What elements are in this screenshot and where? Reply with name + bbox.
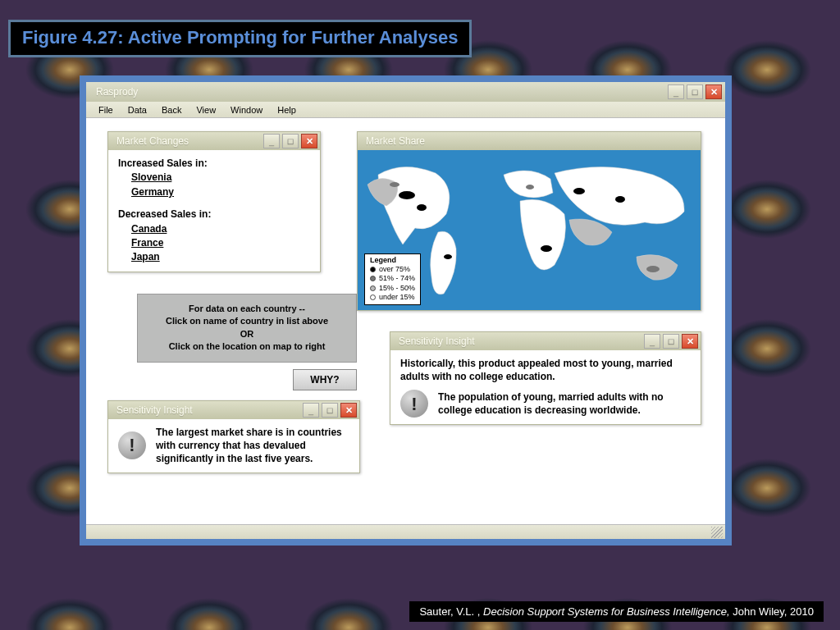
sensitivity-2-title: Sensitivity Insight (399, 336, 475, 347)
decreased-header: Decreased Sales in: (118, 208, 310, 221)
svg-point-0 (399, 191, 415, 199)
close-button[interactable]: ✕ (682, 334, 698, 349)
svg-point-4 (541, 245, 552, 252)
svg-point-3 (615, 196, 625, 203)
menu-view[interactable]: View (189, 105, 223, 115)
market-changes-title: Market Changes (116, 135, 189, 147)
country-link-japan[interactable]: Japan (118, 250, 310, 264)
minimize-button[interactable]: _ (263, 134, 280, 148)
legend-item: under 15% (379, 293, 415, 302)
sensitivity-insight-window-1: Sensitivity Insight _ □ ✕ ! The largest … (107, 400, 360, 473)
svg-point-8 (646, 266, 660, 272)
workspace: Market Changes _ □ ✕ Increased Sales in:… (86, 118, 725, 524)
maximize-button[interactable]: □ (282, 134, 299, 148)
menu-help[interactable]: Help (270, 105, 304, 115)
sensitivity-1-text: The largest market share is in countries… (156, 426, 349, 466)
figure-caption-text: Figure 4.27: Active Prompting for Furthe… (22, 27, 458, 48)
menu-file[interactable]: File (91, 105, 121, 115)
svg-point-5 (444, 254, 452, 259)
market-changes-window: Market Changes _ □ ✕ Increased Sales in:… (107, 131, 321, 272)
menubar: File Data Back View Window Help (86, 102, 725, 118)
app-window: Rasprody _ □ ✕ File Data Back View Windo… (80, 75, 732, 546)
menu-window[interactable]: Window (223, 105, 270, 115)
why-button-label: WHY? (310, 374, 339, 386)
minimize-button[interactable]: _ (668, 84, 684, 99)
market-share-title: Market Share (366, 135, 425, 147)
country-link-france[interactable]: France (118, 236, 310, 250)
alert-icon: ! (400, 390, 428, 418)
legend-item: over 75% (379, 265, 410, 274)
statusbar (86, 524, 725, 539)
legend-item: 51% - 74% (379, 274, 415, 283)
citation-title: Decision Support Systems for Business In… (483, 605, 733, 618)
legend-title: Legend (370, 256, 415, 265)
legend-item: 15% - 50% (379, 284, 415, 293)
sensitivity-2-top: Historically, this product appealed most… (400, 357, 691, 383)
maximize-button[interactable]: □ (322, 403, 338, 418)
increased-header: Increased Sales in: (118, 157, 310, 171)
menu-back[interactable]: Back (154, 105, 189, 115)
app-title: Rasprody (96, 86, 138, 98)
country-link-canada[interactable]: Canada (118, 222, 310, 236)
instruction-line: Click on name of country in list above (144, 315, 349, 327)
svg-point-7 (526, 185, 534, 189)
citation-author: Sauter, V.L. , (419, 605, 483, 618)
sensitivity-2-titlebar: Sensitivity Insight _ □ ✕ (390, 332, 701, 350)
figure-caption: Figure 4.27: Active Prompting for Furthe… (8, 20, 472, 57)
market-share-titlebar: Market Share (358, 132, 701, 150)
menu-data[interactable]: Data (121, 105, 154, 115)
market-changes-body: Increased Sales in: Slovenia Germany Dec… (108, 150, 320, 272)
country-link-slovenia[interactable]: Slovenia (118, 171, 310, 185)
svg-point-6 (390, 182, 399, 187)
sensitivity-2-detail: The population of young, married adults … (438, 390, 691, 417)
sensitivity-insight-window-2: Sensitivity Insight _ □ ✕ Historically, … (390, 331, 701, 425)
sensitivity-1-title: Sensitivity Insight (116, 404, 193, 416)
svg-point-2 (573, 188, 585, 194)
close-button[interactable]: ✕ (340, 403, 357, 418)
world-map[interactable]: Legend over 75% 51% - 74% 15% - 50% unde… (358, 150, 701, 310)
minimize-button[interactable]: _ (644, 334, 660, 349)
sensitivity-1-titlebar: Sensitivity Insight _ □ ✕ (108, 401, 359, 419)
instruction-box: For data on each country -- Click on nam… (137, 294, 357, 363)
svg-point-1 (417, 204, 427, 211)
market-share-window: Market Share (357, 131, 701, 311)
citation: Sauter, V.L. , Decision Support Systems … (409, 601, 824, 622)
map-legend: Legend over 75% 51% - 74% 15% - 50% unde… (364, 253, 421, 305)
close-button[interactable]: ✕ (301, 134, 317, 148)
market-changes-titlebar: Market Changes _ □ ✕ (108, 132, 320, 150)
country-link-germany[interactable]: Germany (118, 185, 310, 199)
alert-icon: ! (118, 431, 146, 459)
instruction-line: For data on each country -- (144, 303, 349, 315)
close-button[interactable]: ✕ (705, 84, 722, 99)
instruction-line: Click on the location on map to right (144, 340, 349, 353)
why-button[interactable]: WHY? (293, 369, 357, 390)
maximize-button[interactable]: □ (687, 84, 703, 99)
minimize-button[interactable]: _ (303, 403, 319, 418)
maximize-button[interactable]: □ (663, 334, 679, 349)
main-titlebar: Rasprody _ □ ✕ (86, 82, 725, 102)
instruction-line: OR (144, 328, 349, 340)
citation-pub: John Wiley, 2010 (733, 605, 814, 618)
